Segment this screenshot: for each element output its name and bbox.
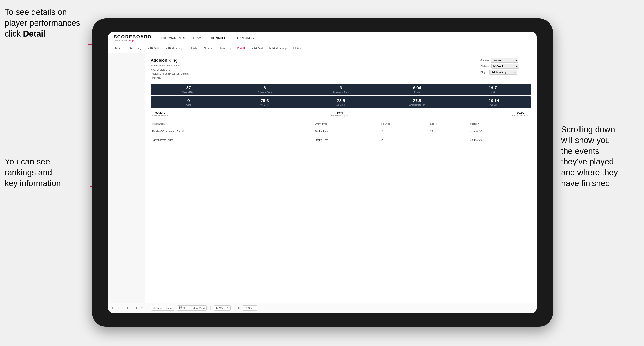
stat-value: 3 xyxy=(229,86,301,90)
table-row[interactable]: Lady Coyote Invite Stroke Play 2 16 7 ou… xyxy=(151,136,531,144)
toolbar-icon4[interactable]: ⊟ xyxy=(136,306,138,309)
tournament-table: Tournament Event Type Rounds Score Posit… xyxy=(151,121,531,144)
tab-summary[interactable]: Summary xyxy=(128,44,142,53)
annotation-bl-2: rankings and xyxy=(4,167,83,178)
toolbar-redo[interactable]: ↪ xyxy=(117,306,119,309)
share-icon: ⬆ xyxy=(245,306,247,309)
cell-position: 4 out of 20 xyxy=(468,127,531,136)
gender-select[interactable]: Women xyxy=(491,58,518,63)
annotation-r-6: have finished xyxy=(561,178,640,189)
tab-summary2[interactable]: Summary xyxy=(218,44,232,53)
view-label: View: Original xyxy=(156,307,172,309)
table-row[interactable]: Estella CC- Mountain Classic Stroke Play… xyxy=(151,127,531,136)
record-value: 5-11-1 xyxy=(512,111,529,114)
sub-nav: Teams Summary H2H Grid H2H Heatmap Matri… xyxy=(108,44,537,53)
cell-tournament: Lady Coyote Invite xyxy=(151,136,302,144)
tab-matrix2[interactable]: Matrix xyxy=(292,44,302,53)
annotation-bottom-left: You can see rankings and key information xyxy=(4,157,83,189)
records-row: 91-20-1Overall Record1-5-0Record vs top … xyxy=(151,111,531,117)
gender-label: Gender xyxy=(480,59,489,62)
nav-committee[interactable]: COMMITTEE xyxy=(211,36,230,40)
annotation-r-5: and where they xyxy=(561,167,640,178)
player-info: Addison King Mesa Community College NJCA… xyxy=(151,58,188,80)
bottom-toolbar: ↩ ↪ ⊙ ⊕ ⊡ ⊟ ⏱ 👁 View: Original 💾 Save Cu… xyxy=(108,303,537,313)
watch-chevron: ▾ xyxy=(227,306,228,309)
player-region: Region 1 - Southwest (18) District xyxy=(151,72,188,76)
toolbar-icon1[interactable]: ⊙ xyxy=(122,306,124,309)
stats-grid-1: 37National Rank3Regional Rank3Conference… xyxy=(151,84,531,95)
main-content: Addison King Mesa Community College NJCA… xyxy=(108,53,537,303)
logo-sub: Powered by clippd xyxy=(114,40,152,42)
tab-h2h-heatmap[interactable]: H2H Heatmap xyxy=(165,44,184,53)
toolbar-watch-btn[interactable]: ▶ Watch ▾ xyxy=(214,305,230,311)
tab-h2h-grid[interactable]: H2H Grid xyxy=(147,44,160,53)
stat-value: 3 xyxy=(305,86,377,90)
stat-value: 79.6 xyxy=(229,99,301,103)
stat-cell: 37National Rank xyxy=(151,84,227,95)
player-select[interactable]: Addison King xyxy=(490,70,517,75)
toolbar-icon3[interactable]: ⊡ xyxy=(131,306,133,309)
stat-cell: 6.04Points xyxy=(379,84,455,95)
tab-players[interactable]: Players xyxy=(202,44,214,53)
stat-label: Avg Score to Par xyxy=(381,104,453,106)
gender-filter-row: Gender Women xyxy=(480,58,531,63)
tab-detail[interactable]: Detail xyxy=(236,44,246,53)
annotation-r-1: Scrolling down xyxy=(561,124,640,135)
share-label: Share xyxy=(248,307,255,309)
watch-label: Watch xyxy=(219,307,226,309)
main-nav: TOURNAMENTS TEAMS COMMITTEE RANKINGS xyxy=(161,36,254,40)
toolbar-icon5[interactable]: ⊡ xyxy=(233,306,236,309)
toolbar-sep2 xyxy=(210,306,210,310)
record-item: 5-11-1Record vs top 50 xyxy=(512,111,529,117)
tab-matrix[interactable]: Matrix xyxy=(189,44,198,53)
cell-score: 17 xyxy=(429,127,469,136)
toolbar-icon6[interactable]: ⊞ xyxy=(238,306,240,309)
cell-event-type: Stroke Play xyxy=(313,136,380,144)
cell-event-type: Stroke Play xyxy=(313,127,380,136)
nav-teams[interactable]: TEAMS xyxy=(192,36,204,40)
stat-label: Points xyxy=(381,91,453,93)
stat-value: 37 xyxy=(152,86,225,90)
stat-cell: -10.14Avg SG xyxy=(455,96,531,108)
stat-label: National Rank xyxy=(152,91,225,93)
tablet: SCOREBOARD Powered by clippd TOURNAMENTS… xyxy=(92,18,553,327)
stat-label: Avg SG xyxy=(457,104,529,106)
cell-tournament: Estella CC- Mountain Classic xyxy=(151,127,302,136)
annotation-r-2: will show you xyxy=(561,135,640,146)
toolbar-view-btn[interactable]: 👁 View: Original xyxy=(151,306,174,311)
stat-cell: 0Wins xyxy=(151,96,227,108)
nav-rankings[interactable]: RANKINGS xyxy=(237,36,254,40)
stat-label: Adj Score xyxy=(305,104,377,106)
tab-teams[interactable]: Teams xyxy=(114,44,124,53)
toolbar-icon2[interactable]: ⊕ xyxy=(126,306,128,309)
col-event-type: Event Type xyxy=(313,121,380,127)
stat-cell: 27.8Avg Score to Par xyxy=(379,96,455,108)
annotation-detail-bold: Detail xyxy=(23,29,46,38)
player-division: NJCAA Division 1 xyxy=(151,68,188,72)
save-icon: 💾 xyxy=(179,306,182,309)
col-tournament: Tournament xyxy=(151,121,302,127)
cell-rounds: 2 xyxy=(380,136,429,144)
nav-tournaments[interactable]: TOURNAMENTS xyxy=(161,36,185,40)
view-icon: 👁 xyxy=(153,307,156,309)
toolbar-undo[interactable]: ↩ xyxy=(112,306,114,309)
stat-cell: 79.6Avg Score xyxy=(227,96,303,108)
tab-h2h-heatmap2[interactable]: H2H Heatmap xyxy=(268,44,288,53)
app-logo: SCOREBOARD xyxy=(114,34,152,40)
record-value: 1-5-0 xyxy=(331,111,349,114)
col-empty xyxy=(302,121,313,127)
toolbar-save-btn[interactable]: 💾 Save Custom View xyxy=(177,305,207,311)
record-value: 91-20-1 xyxy=(152,111,168,114)
stat-value: 27.8 xyxy=(381,99,453,103)
division-select[interactable]: NJCAA I xyxy=(491,64,519,69)
tab-h2h-grid2[interactable]: H2H Grid xyxy=(250,44,264,53)
cell-empty xyxy=(302,136,313,144)
player-filters: Gender Women Division NJCAA I xyxy=(480,58,531,80)
record-label: Record vs top 50 xyxy=(512,114,529,117)
stat-label: SoS xyxy=(457,91,529,93)
record-label: Overall Record xyxy=(152,114,168,117)
stat-value: 78.5 xyxy=(305,99,377,103)
toolbar-clock[interactable]: ⏱ xyxy=(141,307,144,309)
logo-area: SCOREBOARD Powered by clippd xyxy=(114,34,152,42)
toolbar-share-btn[interactable]: ⬆ Share xyxy=(243,305,257,311)
